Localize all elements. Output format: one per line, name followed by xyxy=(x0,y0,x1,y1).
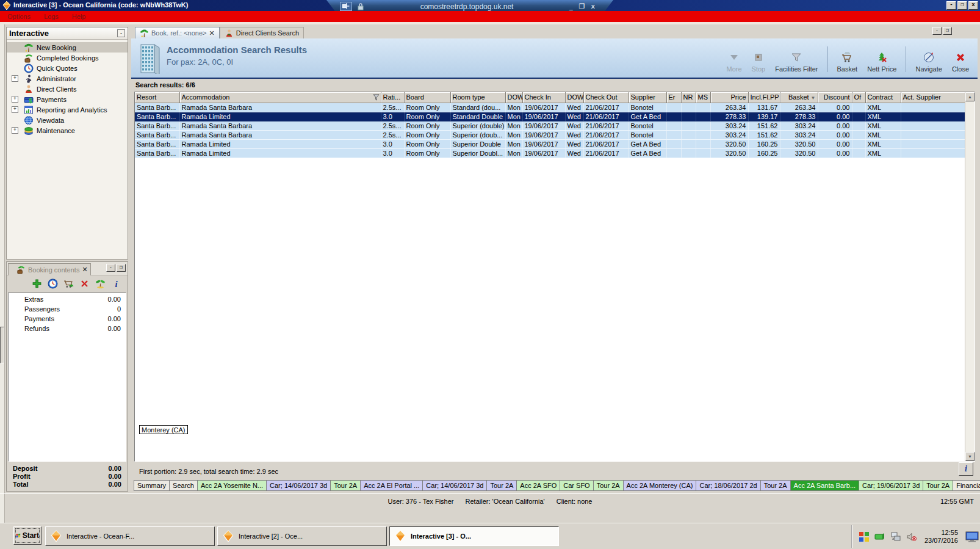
splitter-handle[interactable] xyxy=(0,327,4,363)
itinerary-tab-summary[interactable]: Summary xyxy=(134,480,170,491)
column-header-room-type[interactable]: Room type xyxy=(450,92,505,103)
filter-funnel-icon[interactable] xyxy=(373,94,380,102)
column-header-ms[interactable]: MS xyxy=(696,92,710,103)
itinerary-tab-tour-2a[interactable]: Tour 2A xyxy=(923,480,953,491)
taskbar-window-3[interactable]: Interactive [3] - O... xyxy=(389,526,559,546)
basket-button[interactable]: Basket xyxy=(834,45,862,74)
itinerary-tab-acc-2a-yosemite-n-[interactable]: Acc 2A Yosemite N... xyxy=(197,480,267,491)
tab-direct-clients-search[interactable]: Direct Clients Search xyxy=(220,27,304,38)
column-header-basket[interactable]: Basket▼ xyxy=(780,92,818,103)
nett-price-button[interactable]: Nett Price xyxy=(863,45,900,74)
basket-add-icon[interactable] xyxy=(63,278,74,289)
availability-icon[interactable] xyxy=(48,278,58,289)
column-header-discount[interactable]: Discount xyxy=(818,92,852,103)
itinerary-tab-acc-2a-sfo[interactable]: Acc 2A SFO xyxy=(516,480,560,491)
column-header-resort[interactable]: Resort xyxy=(135,92,179,103)
list-item[interactable]: Extras0.00 xyxy=(9,296,126,305)
column-header-of[interactable]: Of xyxy=(852,92,865,103)
table-row[interactable]: Santa Barb...Ramada Limited3.0Room OnlyS… xyxy=(135,148,965,158)
itinerary-tab-car-14-06-2017-3d[interactable]: Car; 14/06/2017 3d xyxy=(422,480,487,491)
itinerary-tab-acc-2a-el-portal-[interactable]: Acc 2A El Portal ... xyxy=(360,480,423,491)
expand-plus-icon[interactable]: + xyxy=(12,127,18,134)
close-button[interactable]: Close xyxy=(948,45,973,74)
table-row[interactable]: Santa Barb...Ramada Santa Barbara2.5s...… xyxy=(135,103,965,112)
table-row[interactable]: Santa Barb...Ramada Limited3.0Room OnlyS… xyxy=(135,139,965,148)
itinerary-tab-tour-2a[interactable]: Tour 2A xyxy=(486,480,517,491)
booking-maximize-button[interactable]: ❐ xyxy=(117,264,126,272)
column-header-er[interactable]: Er xyxy=(666,92,681,103)
pin-icon[interactable] xyxy=(340,2,352,11)
itinerary-tab-tour-2a[interactable]: Tour 2A xyxy=(593,480,624,491)
pane-minimize-button[interactable]: - xyxy=(932,27,942,35)
menu-options[interactable]: Options xyxy=(7,13,31,20)
column-header-incl-fl-pp[interactable]: Incl.Fl.PP xyxy=(748,92,780,103)
itinerary-tab-search[interactable]: Search xyxy=(169,480,198,491)
pane-maximize-button[interactable]: ❐ xyxy=(943,27,952,35)
booking-contents-tab[interactable]: Booking contents ✕ xyxy=(8,263,91,275)
start-button[interactable]: Start xyxy=(13,526,41,545)
sidebar-item-quick-quotes[interactable]: Quick Quotes xyxy=(7,63,128,73)
column-header-dow[interactable]: DOW xyxy=(505,92,522,103)
taskbar-window-2[interactable]: Interactive [2] - Oce... xyxy=(217,526,387,546)
column-header-nr[interactable]: NR xyxy=(681,92,696,103)
scroll-up-icon[interactable]: ▲ xyxy=(965,92,975,101)
itinerary-tab-car-sfo[interactable]: Car SFO xyxy=(560,480,593,491)
column-header-supplier[interactable]: Supplier xyxy=(629,92,666,103)
tray-volume-muted-icon[interactable] xyxy=(906,531,917,542)
expand-plus-icon[interactable]: + xyxy=(12,75,18,82)
column-header-check-in[interactable]: Check In xyxy=(522,92,565,103)
info-button[interactable]: i xyxy=(959,462,973,476)
scroll-down-icon[interactable]: ▼ xyxy=(965,452,975,461)
sidebar-item-administrator[interactable]: +Administrator xyxy=(7,73,128,84)
table-scrollbar[interactable]: ▲ ▼ xyxy=(965,92,975,461)
tab-close-icon[interactable]: ✕ xyxy=(209,29,215,37)
window-restore-button[interactable]: ❐ xyxy=(957,1,967,10)
booking-contents-close-icon[interactable]: ✕ xyxy=(82,266,87,274)
info-icon[interactable]: i xyxy=(111,278,121,289)
navigate-button[interactable]: Navigate xyxy=(912,45,945,74)
column-header-act-supplier[interactable]: Act. Supplier xyxy=(901,92,965,103)
menu-logs[interactable]: Logs xyxy=(44,13,59,20)
sidebar-item-payments[interactable]: +$Payments xyxy=(7,94,128,104)
tray-network-icon[interactable] xyxy=(890,531,901,542)
itinerary-tab-car-18-06-2017-2d[interactable]: Car; 18/06/2017 2d xyxy=(696,480,760,491)
itinerary-tab-acc-2a-monterey-ca-[interactable]: Acc 2A Monterey (CA) xyxy=(623,480,697,491)
itinerary-tab-tour-2a[interactable]: Tour 2A xyxy=(330,480,361,491)
window-minimize-button[interactable]: - xyxy=(946,1,956,10)
sidebar-item-direct-clients[interactable]: Direct Clients xyxy=(7,84,128,94)
column-header-board[interactable]: Board xyxy=(404,92,450,103)
sidebar-item-viewdata[interactable]: Viewdata xyxy=(7,115,128,125)
rdp-minimize-button[interactable]: _ xyxy=(569,2,573,10)
itinerary-tab-car-14-06-2017-3d[interactable]: Car; 14/06/2017 3d xyxy=(266,480,331,491)
rdp-close-button[interactable]: x xyxy=(591,2,595,10)
tab-book-ref[interactable]: Book. ref.: <none> ✕ xyxy=(135,27,220,38)
sidebar-collapse-button[interactable]: - xyxy=(117,29,125,37)
column-header-price[interactable]: Price xyxy=(710,92,748,103)
facilities-filter-button[interactable]: Facilities Filter xyxy=(771,45,821,74)
sidebar-item-new-booking[interactable]: New Booking xyxy=(7,42,128,53)
list-item[interactable]: Payments0.00 xyxy=(9,315,126,325)
expand-plus-icon[interactable]: + xyxy=(12,96,18,103)
sidebar-item-reporting-and-analytics[interactable]: +Reporting and Analytics xyxy=(7,104,128,115)
window-close-button[interactable]: x xyxy=(968,1,978,10)
booking-minimize-button[interactable]: - xyxy=(106,264,115,272)
tray-card-icon[interactable] xyxy=(874,531,885,542)
taskbar-window-1[interactable]: Interactive - Ocean-F... xyxy=(45,526,215,546)
expand-plus-icon[interactable]: + xyxy=(12,106,18,113)
list-item[interactable]: Passengers0 xyxy=(9,305,126,315)
sidebar-item-maintenance[interactable]: +Maintenance xyxy=(7,125,128,136)
sidebar-item-completed-bookings[interactable]: Completed Bookings xyxy=(7,53,128,63)
holiday-icon[interactable] xyxy=(95,278,106,289)
itinerary-tab-acc-2a-santa-barb-[interactable]: Acc 2A Santa Barb... xyxy=(790,480,860,491)
rdp-restore-button[interactable]: ❐ xyxy=(579,2,585,10)
delete-icon[interactable] xyxy=(79,278,90,289)
add-icon[interactable] xyxy=(32,278,42,289)
table-row[interactable]: Santa Barb...Ramada Limited3.0Room OnlyS… xyxy=(135,112,965,121)
table-row[interactable]: Santa Barb...Ramada Santa Barbara2.5s...… xyxy=(135,121,965,130)
tray-monitor-icon[interactable] xyxy=(965,531,979,542)
column-header-contract[interactable]: Contract xyxy=(865,92,901,103)
column-header-check-out[interactable]: Check Out xyxy=(583,92,629,103)
tray-grid-icon[interactable] xyxy=(859,531,870,542)
itinerary-tab-car-19-06-2017-3d[interactable]: Car; 19/06/2017 3d xyxy=(859,480,923,491)
column-header-accommodation[interactable]: Accommodation xyxy=(179,92,381,103)
